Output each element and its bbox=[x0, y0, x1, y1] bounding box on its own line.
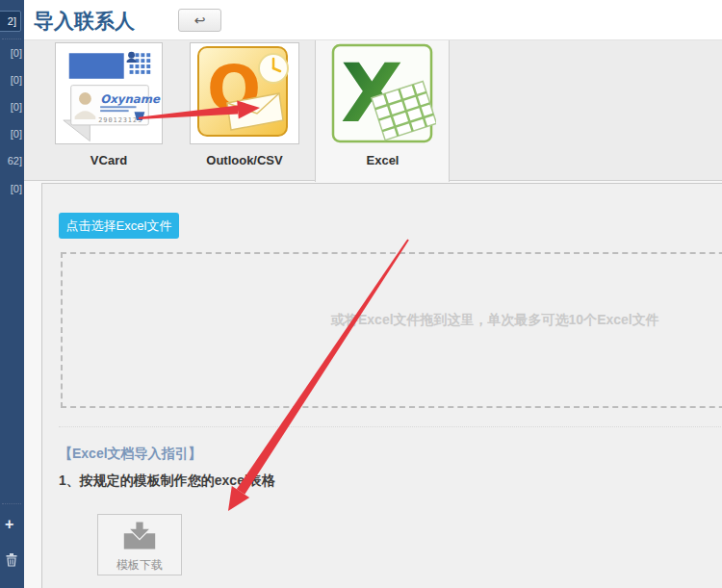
contact-groups-sidebar: 2] [0] [0] [0] [0] 62] [0] + bbox=[0, 0, 24, 588]
page-title: 导入联系人 bbox=[34, 8, 135, 35]
tab-label-vcard[interactable]: VCard bbox=[55, 153, 163, 167]
sidebar-item[interactable]: [0] bbox=[11, 74, 22, 86]
sidebar-item-selected[interactable]: 2] bbox=[0, 11, 21, 32]
tab-label-outlook[interactable]: Outlook/CSV bbox=[190, 153, 299, 167]
download-icon bbox=[122, 522, 157, 550]
sidebar-item[interactable]: 62] bbox=[8, 155, 22, 166]
header: 导入联系人 ↩ bbox=[24, 0, 722, 40]
section-divider bbox=[59, 426, 722, 427]
template-download-button[interactable]: 模板下载 bbox=[97, 514, 182, 575]
svg-text:Oxyname: Oxyname bbox=[100, 92, 161, 106]
add-group-icon[interactable]: + bbox=[5, 516, 13, 533]
guide-step-1: 1、按规定的模板制作您的excel表格 bbox=[59, 473, 275, 490]
sidebar-item[interactable]: [0] bbox=[11, 47, 22, 59]
excel-import-panel: 点击选择Excel文件 或将Excel文件拖到这里，单次最多可选10个Excel… bbox=[41, 183, 722, 588]
tab-excel[interactable]: X bbox=[329, 42, 436, 144]
trash-icon[interactable] bbox=[5, 552, 18, 571]
outlook-icon: O bbox=[191, 43, 298, 143]
excel-icon: X bbox=[329, 42, 436, 144]
sidebar-divider bbox=[2, 503, 21, 504]
sidebar-item[interactable]: [0] bbox=[11, 128, 22, 140]
sidebar-item[interactable]: [0] bbox=[11, 101, 22, 113]
back-button[interactable]: ↩ bbox=[178, 9, 221, 32]
download-label: 模板下载 bbox=[98, 557, 181, 574]
import-type-tabs: Oxyname 290123123 O bbox=[24, 40, 722, 181]
sidebar-divider bbox=[2, 38, 21, 39]
back-icon: ↩ bbox=[194, 13, 206, 28]
tab-outlook-csv[interactable]: O bbox=[190, 42, 299, 144]
sidebar-item[interactable]: [0] bbox=[11, 183, 22, 194]
tab-label-excel[interactable]: Excel bbox=[329, 153, 436, 167]
guide-title: 【Excel文档导入指引】 bbox=[59, 446, 202, 463]
select-excel-file-button[interactable]: 点击选择Excel文件 bbox=[59, 213, 179, 239]
dropzone-hint: 或将Excel文件拖到这里，单次最多可选10个Excel文件 bbox=[331, 312, 659, 329]
file-dropzone[interactable]: 或将Excel文件拖到这里，单次最多可选10个Excel文件 bbox=[61, 252, 722, 408]
tab-vcard[interactable]: Oxyname 290123123 bbox=[55, 42, 163, 144]
vcard-icon: Oxyname 290123123 bbox=[56, 43, 162, 143]
